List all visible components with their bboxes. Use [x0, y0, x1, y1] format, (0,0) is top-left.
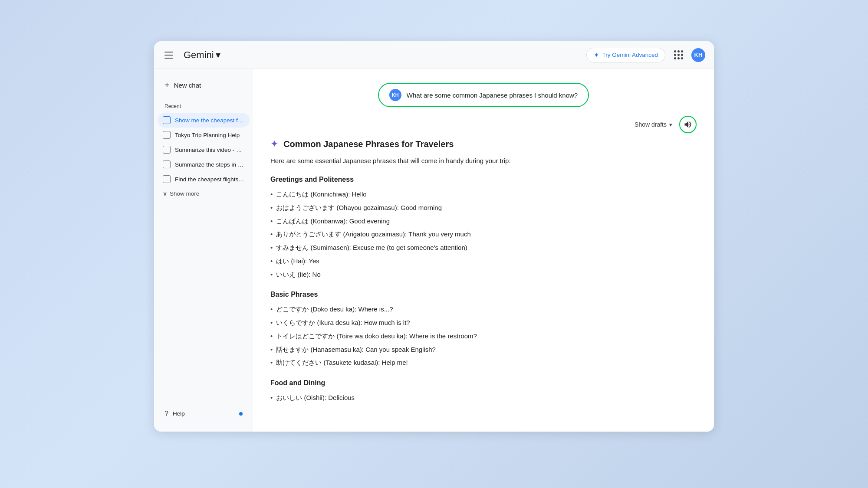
section-heading-3: Food and Dining [270, 379, 600, 387]
sidebar: + New chat Recent Show me the cheapest f… [154, 69, 253, 432]
show-more-label: Show more [170, 190, 199, 197]
avatar[interactable]: KH [691, 48, 705, 62]
app-window: Gemini ▾ ✦ Try Gemini Advanced KH [154, 41, 714, 432]
help-icon: ? [164, 410, 168, 418]
show-drafts-label: Show drafts [635, 121, 667, 128]
question-bubble-wrapper: KH What are some common Japanese phrases… [270, 83, 697, 107]
topbar-left: Gemini ▾ [163, 48, 220, 62]
question-bubble: KH What are some common Japanese phrases… [378, 83, 589, 107]
menu-icon[interactable] [163, 48, 177, 62]
response-intro: Here are some essential Japanese phrases… [270, 156, 600, 166]
sidebar-item-3[interactable]: Summarize this video - https:... [158, 142, 250, 157]
list-item: 話せますか (Hanasemasu ka): Can you speak Eng… [270, 343, 600, 357]
sidebar-item-label-2: Tokyo Trip Planning Help [175, 132, 240, 138]
new-chat-label: New chat [174, 82, 201, 89]
section-heading-2: Basic Phrases [270, 291, 600, 298]
response-title-row: ✦ Common Japanese Phrases for Travelers [270, 138, 600, 150]
grid-icon[interactable] [671, 47, 686, 63]
section-2-list: どこですか (Doko desu ka): Where is...? いくらです… [270, 303, 600, 370]
app-title[interactable]: Gemini ▾ [184, 49, 220, 61]
list-item: こんにちは (Konnichiwa): Hello [270, 188, 600, 201]
help-item[interactable]: ? Help [159, 406, 248, 421]
show-drafts-button[interactable]: Show drafts ▾ [631, 118, 676, 131]
help-label: Help [173, 410, 185, 417]
list-item: ありがとうございます (Arigatou gozaimasu): Thank y… [270, 228, 600, 241]
section-heading-1: Greetings and Politeness [270, 176, 600, 183]
list-item: いくらですか (Ikura desu ka): How much is it? [270, 316, 600, 330]
speaker-icon [684, 120, 692, 129]
sidebar-bottom: ? Help [158, 403, 250, 425]
response-title-text: Common Japanese Phrases for Travelers [283, 139, 454, 149]
list-item: はい (Hai): Yes [270, 255, 600, 268]
section-3-list: おいしい (Oishii): Delicious [270, 391, 600, 405]
plus-icon: + [164, 80, 170, 90]
sidebar-item-1[interactable]: Show me the cheapest flights... [158, 113, 250, 128]
gemini-star-icon: ✦ [270, 138, 278, 150]
chevron-down-icon: ∨ [163, 190, 167, 197]
topbar-right: ✦ Try Gemini Advanced KH [586, 47, 705, 63]
grid-dots [674, 50, 683, 59]
topbar: Gemini ▾ ✦ Try Gemini Advanced KH [154, 41, 714, 69]
content-area: KH What are some common Japanese phrases… [253, 69, 714, 432]
list-item: トイレはどこですか (Toire wa doko desu ka): Where… [270, 330, 600, 343]
list-item: いいえ (Iie): No [270, 268, 600, 282]
sidebar-item-label-5: Find the cheapest flights for t... [175, 176, 244, 183]
chat-icon-3 [163, 146, 171, 154]
chat-icon-4 [163, 160, 171, 168]
speaker-button[interactable] [679, 116, 697, 133]
sidebar-item-5[interactable]: Find the cheapest flights for t... [158, 172, 250, 187]
list-item: こんばんは (Konbanwa): Good evening [270, 215, 600, 228]
question-avatar: KH [389, 89, 401, 101]
chevron-down-icon: ▾ [669, 121, 672, 128]
sidebar-item-label-4: Summarize the steps in this vi... [175, 161, 244, 168]
sidebar-item-label-1: Show me the cheapest flights... [175, 117, 244, 124]
response-controls: Show drafts ▾ [270, 116, 697, 133]
question-text: What are some common Japanese phrases I … [407, 92, 578, 99]
list-item: すみません (Sumimasen): Excuse me (to get som… [270, 241, 600, 255]
sidebar-item-4[interactable]: Summarize the steps in this vi... [158, 157, 250, 172]
title-dropdown-arrow: ▾ [216, 49, 220, 61]
show-more-button[interactable]: ∨ Show more [158, 187, 250, 200]
help-notification-dot [239, 412, 243, 416]
list-item: おいしい (Oishii): Delicious [270, 391, 600, 405]
sidebar-item-2[interactable]: Tokyo Trip Planning Help [158, 128, 250, 142]
chat-icon-5 [163, 175, 171, 183]
chat-icon-2 [163, 131, 171, 139]
list-item: おはようございます (Ohayou gozaimasu): Good morni… [270, 201, 600, 215]
app-title-text: Gemini [184, 49, 214, 61]
try-advanced-label: Try Gemini Advanced [602, 52, 658, 58]
main-layout: + New chat Recent Show me the cheapest f… [154, 69, 714, 432]
try-advanced-button[interactable]: ✦ Try Gemini Advanced [586, 48, 665, 62]
section-1-list: こんにちは (Konnichiwa): Hello おはようございます (Oha… [270, 188, 600, 281]
response-content: ✦ Common Japanese Phrases for Travelers … [270, 138, 600, 414]
list-item: どこですか (Doko desu ka): Where is...? [270, 303, 600, 316]
chat-icon-1 [163, 116, 171, 124]
list-item: 助けてください (Tasukete kudasai): Help me! [270, 356, 600, 370]
star-icon: ✦ [594, 51, 599, 59]
new-chat-button[interactable]: + New chat [158, 76, 250, 95]
recent-label: Recent [158, 102, 250, 113]
sidebar-item-label-3: Summarize this video - https:... [175, 147, 244, 153]
